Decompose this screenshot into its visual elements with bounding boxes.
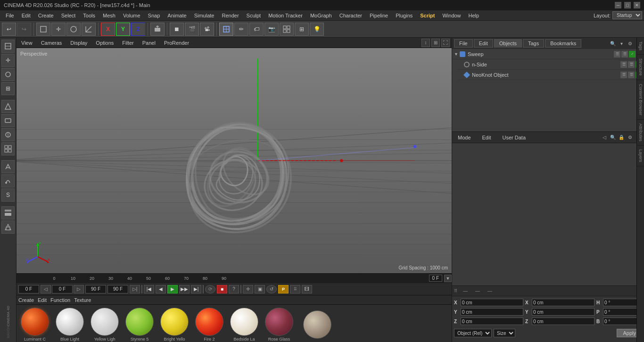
attr-tab-mode[interactable]: Mode [454, 134, 475, 141]
go-start-btn[interactable]: |◀ [144, 285, 154, 293]
vp-menu-filter[interactable]: Filter [119, 40, 136, 46]
play-btn[interactable]: ▶ [167, 285, 178, 293]
z-input[interactable] [461, 318, 523, 325]
mat-menu-function[interactable]: Function [50, 297, 70, 303]
obj-row-nside[interactable]: n-Side ☰ ☰ ✓ [458, 59, 644, 70]
next-frame-btn[interactable]: ▷ [74, 285, 84, 293]
timeline-button[interactable]: ⏹ [170, 23, 184, 36]
y-axis-button[interactable]: Y [116, 23, 130, 36]
menu-help[interactable]: Help [465, 12, 483, 19]
menu-create[interactable]: Create [34, 12, 58, 19]
material-styrene-5[interactable]: Styrene 5 [123, 308, 156, 342]
obj-settings-icon[interactable]: ⚙ [626, 40, 634, 47]
x-input[interactable] [461, 299, 523, 306]
obj-row-sweep[interactable]: ▼ Sweep ☰ ☰ ✓ [452, 49, 644, 59]
attr-tab-edit[interactable]: Edit [479, 134, 495, 141]
vp-menu-display[interactable]: Display [67, 40, 90, 46]
sidebar-btn-6[interactable] [1, 114, 15, 127]
psr-btn[interactable]: P [278, 285, 289, 293]
grid-button[interactable]: ⊞ [295, 23, 309, 36]
prev-frame-btn[interactable]: ◁ [41, 285, 51, 293]
sweep-ctrl-3[interactable]: ✓ [629, 51, 636, 57]
menu-simulate[interactable]: Simulate [190, 12, 218, 19]
attr-search-icon[interactable]: 🔍 [609, 134, 617, 141]
vtab-layers[interactable]: Layers [637, 146, 644, 166]
attr-tab-userdata[interactable]: User Data [499, 134, 530, 141]
tag-button[interactable]: 🏷 [249, 23, 264, 36]
mat-menu-edit[interactable]: Edit [38, 297, 47, 303]
obj-search-icon[interactable]: 🔍 [609, 40, 617, 47]
menu-animate[interactable]: Animate [164, 12, 190, 19]
move-button[interactable]: ✛ [51, 23, 66, 36]
sidebar-btn-8[interactable] [1, 142, 15, 155]
end-frame-inc[interactable]: ▷| [130, 285, 140, 293]
viewport-ctrl-1[interactable]: ↕ [421, 39, 430, 47]
sidebar-btn-7[interactable] [1, 128, 15, 141]
menu-script[interactable]: Script [416, 12, 438, 19]
redo-button[interactable]: ↪ [17, 23, 31, 36]
mat-menu-create[interactable]: Create [18, 297, 34, 303]
vp-menu-panel[interactable]: Panel [140, 40, 158, 46]
sidebar-btn-1[interactable] [1, 40, 15, 53]
minimize-button[interactable]: ─ [615, 2, 621, 8]
vtab-attributes[interactable]: Attributes [637, 120, 644, 146]
undo-button[interactable]: ↩ [2, 23, 16, 36]
attr-settings-icon[interactable]: ⚙ [626, 134, 634, 141]
object-rel-dropdown[interactable]: Object (Rel) [454, 329, 492, 337]
material-blue-light[interactable]: Blue Light [53, 308, 86, 342]
material-rose-glass[interactable]: Rose Glass [263, 308, 296, 342]
vtab-content-browser[interactable]: Content Browser [637, 80, 644, 120]
play-back-btn[interactable]: ◀ [156, 285, 166, 293]
sidebar-btn-2[interactable]: ✛ [1, 54, 15, 67]
question-btn[interactable]: ? [229, 285, 239, 293]
obj-tab-tags[interactable]: Tags [523, 39, 544, 48]
y-input[interactable] [461, 308, 523, 316]
stop-record-btn[interactable]: ■ [217, 285, 227, 293]
loop-btn[interactable]: ↺ [266, 285, 277, 293]
menu-select[interactable]: Select [58, 12, 80, 19]
object-move-button[interactable] [150, 23, 165, 36]
layout-select[interactable]: Startup [612, 11, 642, 19]
wireframe-button[interactable] [219, 23, 233, 36]
maximize-button[interactable]: □ [624, 2, 631, 8]
close-button[interactable]: ✕ [634, 2, 640, 8]
vp-menu-options[interactable]: Options [93, 40, 116, 46]
menu-motion-tracker[interactable]: Motion Tracker [264, 12, 306, 19]
menu-snap[interactable]: Snap [144, 12, 164, 19]
menu-tools[interactable]: Tools [79, 12, 99, 19]
scale-button[interactable] [82, 23, 96, 36]
record-key-btn[interactable]: ⟳ [205, 285, 215, 293]
vtab-tags[interactable]: Tags [637, 38, 644, 55]
menu-sculpt[interactable]: Sculpt [243, 12, 265, 19]
neoknot-ctrl-2[interactable]: ☰ [628, 72, 635, 78]
start-frame-input[interactable] [18, 285, 39, 293]
move-key-btn[interactable]: ✛ [243, 285, 253, 293]
end-frame-input2[interactable] [107, 285, 128, 293]
z-axis-button[interactable]: Z [131, 23, 145, 36]
menu-volume[interactable]: Volume [119, 12, 144, 19]
neoknot-ctrl-1[interactable]: ☰ [620, 72, 627, 78]
sx-input[interactable] [532, 299, 594, 306]
material-fire-2[interactable]: Fire 2 [193, 308, 226, 342]
vp-menu-cameras[interactable]: Cameras [38, 40, 65, 46]
frame-display[interactable]: 0 F [429, 275, 442, 282]
film-btn[interactable]: 🎞 [302, 285, 312, 293]
nside-ctrl-2[interactable]: ☰ [628, 61, 635, 68]
dots-btn[interactable]: ⠿ [290, 285, 300, 293]
mat-menu-texture[interactable]: Texture [74, 297, 91, 303]
anim-button[interactable]: 📽 [200, 23, 214, 36]
obj-filter-icon[interactable]: ▾ [618, 40, 625, 47]
obj-tab-objects[interactable]: Objects [494, 39, 522, 48]
viewport-3d[interactable]: Perspective [17, 48, 452, 273]
vtab-structure[interactable]: Structure [637, 55, 644, 80]
record-button[interactable]: 🎬 [185, 23, 199, 36]
end-frame-input[interactable] [85, 285, 106, 293]
menu-file[interactable]: File [2, 12, 18, 19]
menu-mesh[interactable]: Mesh [99, 12, 119, 19]
viewport-ctrl-2[interactable]: ⊞ [431, 39, 440, 47]
attr-lock-icon[interactable]: 🔒 [618, 134, 625, 141]
pen-tool-button[interactable]: ✏ [234, 23, 248, 36]
vp-menu-prorender[interactable]: ProRender [161, 40, 192, 46]
sidebar-btn-3[interactable] [1, 68, 15, 81]
menu-plugins[interactable]: Plugins [392, 12, 416, 19]
